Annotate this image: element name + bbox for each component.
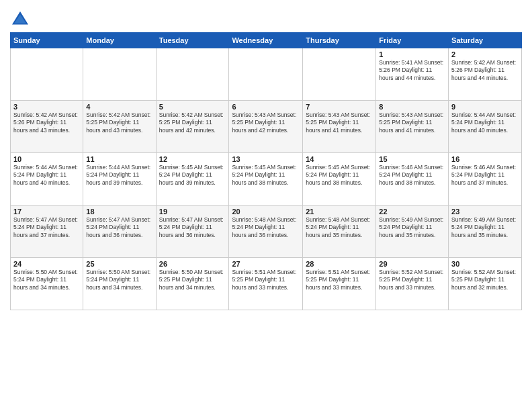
- day-number: 7: [306, 103, 373, 111]
- calendar-cell: 24Sunrise: 5:50 AM Sunset: 5:24 PM Dayli…: [11, 258, 83, 310]
- calendar-header-row: SundayMondayTuesdayWednesdayThursdayFrid…: [11, 33, 522, 48]
- col-header-saturday: Saturday: [449, 33, 522, 48]
- day-number: 11: [86, 155, 152, 163]
- calendar-cell: 7Sunrise: 5:43 AM Sunset: 5:25 PM Daylig…: [303, 101, 376, 153]
- week-row-2: 3Sunrise: 5:42 AM Sunset: 5:26 PM Daylig…: [11, 101, 522, 153]
- calendar-cell: 15Sunrise: 5:46 AM Sunset: 5:24 PM Dayli…: [376, 153, 449, 205]
- col-header-sunday: Sunday: [11, 33, 83, 48]
- calendar-cell: 17Sunrise: 5:47 AM Sunset: 5:24 PM Dayli…: [11, 205, 83, 258]
- day-info: Sunrise: 5:41 AM Sunset: 5:26 PM Dayligh…: [379, 59, 445, 82]
- day-number: 4: [86, 103, 152, 111]
- calendar-cell: [156, 48, 229, 101]
- day-info: Sunrise: 5:51 AM Sunset: 5:25 PM Dayligh…: [306, 269, 373, 291]
- day-number: 1: [379, 50, 445, 58]
- day-number: 6: [232, 103, 300, 111]
- day-number: 13: [232, 155, 300, 163]
- calendar-cell: 19Sunrise: 5:47 AM Sunset: 5:24 PM Dayli…: [156, 205, 229, 258]
- calendar-cell: 28Sunrise: 5:51 AM Sunset: 5:25 PM Dayli…: [303, 258, 376, 310]
- col-header-thursday: Thursday: [303, 33, 376, 48]
- day-info: Sunrise: 5:48 AM Sunset: 5:24 PM Dayligh…: [232, 216, 300, 239]
- day-number: 16: [451, 155, 519, 163]
- day-info: Sunrise: 5:44 AM Sunset: 5:24 PM Dayligh…: [451, 111, 519, 134]
- day-info: Sunrise: 5:50 AM Sunset: 5:25 PM Dayligh…: [159, 269, 226, 291]
- day-info: Sunrise: 5:43 AM Sunset: 5:25 PM Dayligh…: [232, 111, 300, 134]
- day-number: 25: [86, 260, 152, 268]
- day-number: 10: [13, 155, 80, 163]
- day-info: Sunrise: 5:50 AM Sunset: 5:24 PM Dayligh…: [13, 269, 80, 291]
- calendar-cell: 13Sunrise: 5:45 AM Sunset: 5:24 PM Dayli…: [229, 153, 303, 205]
- day-number: 18: [86, 208, 152, 216]
- calendar-cell: 16Sunrise: 5:46 AM Sunset: 5:24 PM Dayli…: [449, 153, 522, 205]
- day-number: 2: [451, 50, 519, 58]
- day-info: Sunrise: 5:49 AM Sunset: 5:24 PM Dayligh…: [451, 216, 519, 239]
- header: [10, 7, 522, 30]
- day-info: Sunrise: 5:47 AM Sunset: 5:24 PM Dayligh…: [13, 216, 80, 239]
- day-number: 21: [306, 208, 373, 216]
- day-info: Sunrise: 5:46 AM Sunset: 5:24 PM Dayligh…: [451, 164, 519, 187]
- calendar-cell: 12Sunrise: 5:45 AM Sunset: 5:24 PM Dayli…: [156, 153, 229, 205]
- day-number: 15: [379, 155, 445, 163]
- day-info: Sunrise: 5:44 AM Sunset: 5:24 PM Dayligh…: [13, 164, 80, 187]
- calendar-cell: 20Sunrise: 5:48 AM Sunset: 5:24 PM Dayli…: [229, 205, 303, 258]
- day-info: Sunrise: 5:48 AM Sunset: 5:24 PM Dayligh…: [306, 216, 373, 239]
- logo: [10, 9, 33, 30]
- day-number: 3: [13, 103, 80, 111]
- week-row-3: 10Sunrise: 5:44 AM Sunset: 5:24 PM Dayli…: [11, 153, 522, 205]
- calendar-cell: 26Sunrise: 5:50 AM Sunset: 5:25 PM Dayli…: [156, 258, 229, 310]
- day-info: Sunrise: 5:51 AM Sunset: 5:25 PM Dayligh…: [232, 269, 300, 291]
- week-row-1: 1Sunrise: 5:41 AM Sunset: 5:26 PM Daylig…: [11, 48, 522, 101]
- calendar-cell: [83, 48, 156, 101]
- week-row-4: 17Sunrise: 5:47 AM Sunset: 5:24 PM Dayli…: [11, 205, 522, 258]
- calendar-cell: 9Sunrise: 5:44 AM Sunset: 5:24 PM Daylig…: [449, 101, 522, 153]
- calendar-cell: 1Sunrise: 5:41 AM Sunset: 5:26 PM Daylig…: [376, 48, 449, 101]
- day-info: Sunrise: 5:43 AM Sunset: 5:25 PM Dayligh…: [306, 111, 373, 134]
- calendar-cell: 30Sunrise: 5:52 AM Sunset: 5:25 PM Dayli…: [449, 258, 522, 310]
- day-info: Sunrise: 5:52 AM Sunset: 5:25 PM Dayligh…: [451, 269, 519, 291]
- day-number: 24: [13, 260, 80, 268]
- day-number: 29: [379, 260, 445, 268]
- day-number: 8: [379, 103, 445, 111]
- calendar-cell: 22Sunrise: 5:49 AM Sunset: 5:24 PM Dayli…: [376, 205, 449, 258]
- calendar-cell: 18Sunrise: 5:47 AM Sunset: 5:24 PM Dayli…: [83, 205, 156, 258]
- day-number: 12: [159, 155, 226, 163]
- logo-icon: [10, 9, 30, 30]
- page-container: SundayMondayTuesdayWednesdayThursdayFrid…: [0, 0, 532, 317]
- calendar-cell: 21Sunrise: 5:48 AM Sunset: 5:24 PM Dayli…: [303, 205, 376, 258]
- calendar-cell: 11Sunrise: 5:44 AM Sunset: 5:24 PM Dayli…: [83, 153, 156, 205]
- day-number: 20: [232, 208, 300, 216]
- day-info: Sunrise: 5:47 AM Sunset: 5:24 PM Dayligh…: [86, 216, 152, 239]
- day-info: Sunrise: 5:42 AM Sunset: 5:26 PM Dayligh…: [13, 111, 80, 134]
- calendar-cell: [11, 48, 83, 101]
- col-header-tuesday: Tuesday: [156, 33, 229, 48]
- day-info: Sunrise: 5:52 AM Sunset: 5:25 PM Dayligh…: [379, 269, 445, 291]
- day-number: 14: [306, 155, 373, 163]
- day-number: 27: [232, 260, 300, 268]
- day-info: Sunrise: 5:47 AM Sunset: 5:24 PM Dayligh…: [159, 216, 226, 239]
- calendar-cell: 10Sunrise: 5:44 AM Sunset: 5:24 PM Dayli…: [11, 153, 83, 205]
- calendar-cell: 5Sunrise: 5:42 AM Sunset: 5:25 PM Daylig…: [156, 101, 229, 153]
- day-number: 23: [451, 208, 519, 216]
- day-number: 26: [159, 260, 226, 268]
- col-header-friday: Friday: [376, 33, 449, 48]
- calendar-cell: 4Sunrise: 5:42 AM Sunset: 5:25 PM Daylig…: [83, 101, 156, 153]
- day-number: 5: [159, 103, 226, 111]
- day-info: Sunrise: 5:49 AM Sunset: 5:24 PM Dayligh…: [379, 216, 445, 239]
- calendar-cell: 23Sunrise: 5:49 AM Sunset: 5:24 PM Dayli…: [449, 205, 522, 258]
- calendar-cell: 2Sunrise: 5:42 AM Sunset: 5:26 PM Daylig…: [449, 48, 522, 101]
- day-info: Sunrise: 5:42 AM Sunset: 5:25 PM Dayligh…: [86, 111, 152, 134]
- day-number: 19: [159, 208, 226, 216]
- day-number: 9: [451, 103, 519, 111]
- day-number: 30: [451, 260, 519, 268]
- calendar-cell: [303, 48, 376, 101]
- day-number: 22: [379, 208, 445, 216]
- day-info: Sunrise: 5:45 AM Sunset: 5:24 PM Dayligh…: [232, 164, 300, 187]
- calendar-cell: 14Sunrise: 5:45 AM Sunset: 5:24 PM Dayli…: [303, 153, 376, 205]
- day-number: 28: [306, 260, 373, 268]
- col-header-monday: Monday: [83, 33, 156, 48]
- col-header-wednesday: Wednesday: [229, 33, 303, 48]
- day-info: Sunrise: 5:46 AM Sunset: 5:24 PM Dayligh…: [379, 164, 445, 187]
- day-info: Sunrise: 5:43 AM Sunset: 5:25 PM Dayligh…: [379, 111, 445, 134]
- day-info: Sunrise: 5:42 AM Sunset: 5:26 PM Dayligh…: [451, 59, 519, 82]
- calendar-table: SundayMondayTuesdayWednesdayThursdayFrid…: [10, 32, 522, 310]
- calendar-cell: 29Sunrise: 5:52 AM Sunset: 5:25 PM Dayli…: [376, 258, 449, 310]
